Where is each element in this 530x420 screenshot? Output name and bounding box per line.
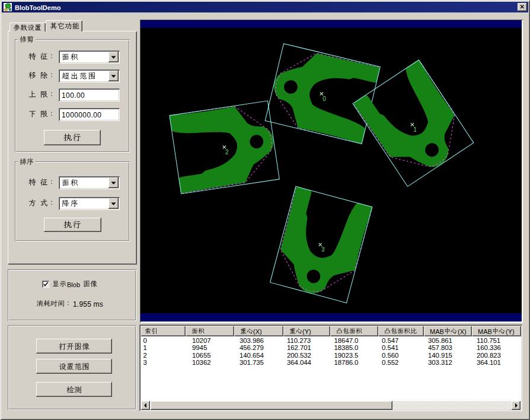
svg-text:0: 0 [323, 96, 326, 102]
svg-text:2: 2 [225, 149, 229, 155]
svg-text:1: 1 [413, 126, 417, 133]
svg-text:3: 3 [321, 246, 325, 253]
